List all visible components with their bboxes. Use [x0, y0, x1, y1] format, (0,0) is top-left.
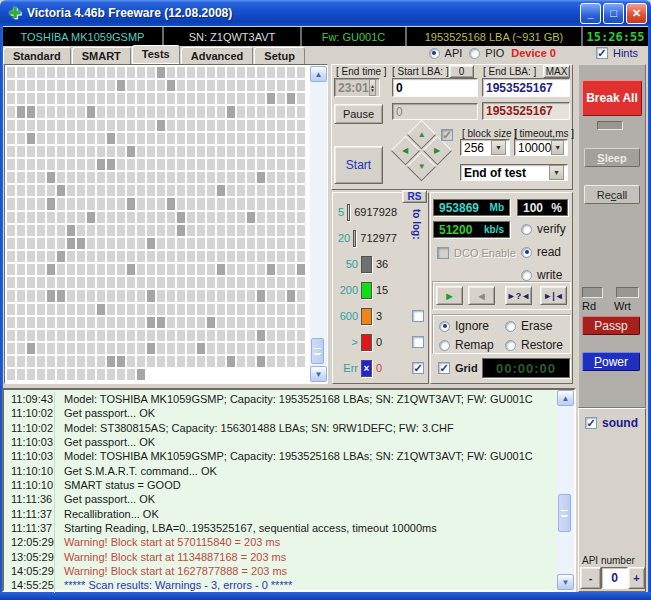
scroll-up-icon[interactable]: ▲	[557, 390, 574, 406]
read-radio-circle[interactable]	[521, 247, 532, 258]
spinner-arrows-icon[interactable]: ▲▼	[369, 79, 376, 96]
scan-block	[207, 238, 215, 249]
scan-block	[27, 317, 35, 328]
max-button[interactable]: MAX	[543, 65, 570, 78]
block-size-select[interactable]: 256 ▼	[460, 139, 510, 156]
timeout-select[interactable]: 10000 ▼	[514, 139, 568, 156]
tolog-checkbox-50[interactable]	[412, 310, 424, 322]
scroll-down-icon[interactable]: ▼	[310, 366, 327, 382]
sound-checkbox[interactable]: ✓	[585, 417, 597, 429]
radio-ignore[interactable]: Ignore	[439, 319, 505, 333]
restore-radio-circle[interactable]	[505, 340, 516, 351]
scan-block	[277, 212, 285, 223]
tab-setup[interactable]: Setup	[254, 47, 305, 64]
log-scrollbar[interactable]: ▲ ▼	[557, 390, 574, 590]
seek-edge-button[interactable]: ►|◄	[540, 286, 567, 305]
start-button[interactable]: Start	[334, 146, 383, 184]
radio-verify[interactable]: verify	[521, 222, 566, 236]
scan-block	[17, 356, 25, 367]
seek-edge-icon: ►|◄	[543, 291, 563, 301]
grid-checkbox[interactable]: ✓	[438, 362, 450, 374]
pio-radio-circle[interactable]	[469, 48, 480, 59]
break-all-button[interactable]: Break All	[582, 80, 642, 116]
minimize-button[interactable]: _	[580, 3, 601, 24]
maximize-button[interactable]: □	[603, 3, 624, 24]
loop-checkbox[interactable]: ✓	[441, 129, 453, 141]
scroll-down-icon[interactable]: ▼	[557, 574, 574, 590]
grid-scrollbar[interactable]: ▲ ▼	[310, 66, 327, 382]
tolog-checkbox-600[interactable]: ✓	[412, 362, 424, 374]
block-grid[interactable]	[6, 66, 308, 382]
api-radio-circle[interactable]	[429, 48, 440, 59]
scan-block	[187, 120, 195, 131]
start-lba-zero-button[interactable]: 0	[449, 65, 474, 78]
radio-remap[interactable]: Remap	[439, 338, 505, 352]
title-bar[interactable]: ✚ Victoria 4.46b Freeware (12.08.2008) _…	[0, 0, 651, 26]
hints-checkbox[interactable]: ✓	[596, 47, 608, 59]
ignore-radio-circle[interactable]	[439, 321, 450, 332]
radio-write[interactable]: write	[521, 268, 566, 282]
scan-block	[277, 159, 285, 170]
scan-block	[47, 238, 55, 249]
end-time-spinner[interactable]: 23:01 ▲▼	[334, 78, 380, 97]
scan-block	[137, 225, 145, 236]
scan-block	[267, 93, 275, 104]
grid-scrollbar-thumb[interactable]	[311, 338, 324, 364]
end-action-select[interactable]: End of test ▼	[460, 164, 568, 181]
scan-block	[187, 80, 195, 91]
scan-block	[37, 159, 45, 170]
power-button[interactable]: Power	[582, 352, 640, 371]
log-scrollbar-thumb[interactable]	[558, 494, 571, 532]
chevron-down-icon[interactable]: ▼	[551, 140, 564, 155]
scan-block	[277, 133, 285, 144]
radio-read[interactable]: read	[521, 245, 566, 259]
tab-smart[interactable]: SMART	[72, 47, 131, 64]
sound-checkbox-item[interactable]: ✓ sound	[585, 416, 638, 430]
scan-block	[47, 212, 55, 223]
close-button[interactable]: ✕	[626, 3, 647, 24]
block-size-value: 256	[464, 141, 484, 155]
seek-question-button[interactable]: ►?◄	[505, 286, 532, 305]
scan-block	[247, 146, 255, 157]
hints-checkbox-item[interactable]: ✓ Hints	[596, 47, 638, 59]
play-button[interactable]: ►	[436, 286, 463, 305]
api-minus-button[interactable]: -	[580, 567, 601, 589]
end-lba-input[interactable]: 1953525167	[482, 78, 570, 97]
scan-block	[37, 356, 45, 367]
tolog-checkbox-200[interactable]	[412, 336, 424, 348]
scan-block	[47, 264, 55, 275]
write-radio-circle[interactable]	[521, 270, 532, 281]
verify-radio-circle[interactable]	[521, 224, 532, 235]
radio-erase[interactable]: Erase	[505, 319, 567, 333]
scan-block	[77, 185, 85, 196]
tab-standard[interactable]: Standard	[3, 47, 71, 64]
tab-advanced[interactable]: Advanced	[181, 47, 254, 64]
chevron-down-icon[interactable]: ▼	[549, 165, 564, 180]
remap-radio-circle[interactable]	[439, 340, 450, 351]
legend-row: Err×0	[335, 355, 397, 381]
block-size-label: [ block size ]	[462, 128, 517, 139]
radio-restore[interactable]: Restore	[505, 338, 567, 352]
back-button[interactable]: ◄	[468, 286, 495, 305]
scroll-up-icon[interactable]: ▲	[310, 66, 327, 82]
radio-pio[interactable]: PIO	[469, 47, 504, 59]
grid-checkbox-item[interactable]: ✓ Grid	[438, 362, 478, 374]
sleep-button[interactable]: Sleep	[584, 148, 640, 167]
pause-button[interactable]: Pause	[334, 104, 383, 124]
scan-block	[217, 120, 225, 131]
erase-radio-circle[interactable]	[505, 321, 516, 332]
scan-block	[297, 251, 305, 262]
radio-api[interactable]: API	[429, 47, 463, 59]
tab-tests[interactable]: Tests	[132, 45, 180, 64]
passp-button[interactable]: Passp	[582, 316, 640, 335]
recall-button[interactable]: Recall	[584, 185, 640, 204]
log-entry: 11:10:03Model: TOSHIBA MK1059GSMP; Capac…	[4, 449, 556, 463]
timeout-value: 10000	[518, 141, 551, 155]
rs-button[interactable]: RS	[402, 190, 427, 203]
scan-block	[87, 159, 95, 170]
api-plus-button[interactable]: +	[628, 567, 645, 589]
chevron-down-icon[interactable]: ▼	[491, 140, 506, 155]
start-lba-input[interactable]: 0	[392, 78, 478, 97]
scan-block	[247, 225, 255, 236]
scan-block	[87, 317, 95, 328]
